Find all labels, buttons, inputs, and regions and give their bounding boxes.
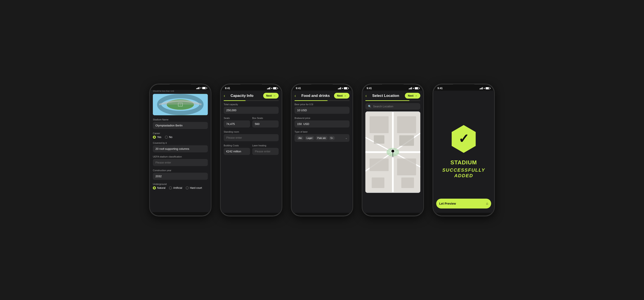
- row-seats: Seats Box Seats: [224, 117, 279, 131]
- wifi-icon-4: ▾: [413, 87, 414, 90]
- svg-rect-11: [370, 116, 389, 133]
- status-icons-5: ▾: [480, 87, 490, 90]
- svg-rect-15: [372, 177, 384, 188]
- time-3: 9:41: [296, 87, 301, 90]
- radio-artificial[interactable]: Artificial: [169, 186, 182, 189]
- input-box-seats[interactable]: [252, 121, 279, 128]
- preview-button[interactable]: Let Preview ⌂: [436, 199, 491, 208]
- battery-icon-4: [415, 87, 419, 89]
- field-underground: Underground Natural Artificial Hard cour…: [153, 183, 208, 189]
- next-label-2: Next: [266, 94, 272, 97]
- label-seats: Seats: [224, 117, 250, 119]
- field-lawn-heating: Lawn heating: [252, 144, 279, 155]
- form-section-3: Beer price for 0.5l Bratwurst price Type…: [292, 103, 352, 142]
- svg-rect-13: [397, 158, 416, 175]
- header-4: ‹ Select Location Next →: [362, 91, 423, 100]
- wifi-icon-1: ▾: [200, 87, 201, 89]
- status-icons-1: ▾: [196, 87, 206, 89]
- label-career: Career: [153, 132, 208, 135]
- next-button-4[interactable]: Next →: [405, 93, 420, 99]
- input-stadium-name[interactable]: Olympiastadion Berlin: [153, 122, 208, 129]
- status-bar-5: 9:41 ▾: [433, 84, 494, 91]
- stadium-image: [153, 94, 208, 115]
- input-beer-price[interactable]: [294, 107, 350, 114]
- title-4: Select Location: [370, 94, 405, 98]
- label-total-capacity: Total capacity: [224, 103, 279, 106]
- field-total-capacity: Total capacity: [224, 103, 279, 114]
- tag-ale[interactable]: Ale: [297, 136, 304, 140]
- svg-rect-17: [374, 135, 384, 144]
- home-icon: ⌂: [486, 202, 488, 205]
- time-5: 9:41: [438, 87, 443, 90]
- input-uefa[interactable]: [153, 159, 208, 166]
- radio-no-circle: [165, 136, 168, 139]
- radio-no[interactable]: No: [165, 136, 172, 139]
- radio-hard-court[interactable]: Hard court: [186, 186, 202, 189]
- label-standing-room: Standing room: [224, 131, 279, 133]
- title-3: Food and drinks: [300, 94, 334, 98]
- status-bar-3: 9:41 ▾: [292, 84, 352, 91]
- back-button-4[interactable]: ‹: [365, 93, 370, 98]
- back-button-3[interactable]: ‹: [294, 93, 300, 98]
- next-arrow-4: →: [414, 94, 417, 97]
- progress-fill-3: [294, 100, 328, 101]
- next-button-3[interactable]: Next →: [334, 93, 350, 99]
- radio-career: Yes No: [153, 136, 208, 139]
- field-beer-price: Beer price for 0.5l: [294, 103, 350, 114]
- next-arrow-3: →: [344, 94, 346, 97]
- next-label-4: Next: [408, 94, 414, 97]
- tag-more[interactable]: 5+: [329, 136, 335, 140]
- label-covered: Covered by it: [153, 142, 208, 144]
- search-bar-location[interactable]: 🔍 Search Location: [365, 103, 420, 110]
- input-covered[interactable]: [153, 145, 208, 152]
- screen-2: ‹ Capacity Info Next → Total capacity Se…: [221, 91, 282, 213]
- row-costs: Building Costs Lawn heating: [224, 144, 279, 158]
- radio-yes[interactable]: Yes: [153, 136, 162, 139]
- field-bratwurst-price: Bratwurst price: [294, 117, 350, 128]
- phone-4: 9:41 ▾ ‹ Select Location Next → 🔍 Search…: [362, 84, 424, 216]
- label-construction-year: Construction year: [153, 169, 208, 172]
- signal-icon-1: [196, 87, 200, 89]
- input-standing-room[interactable]: [224, 134, 279, 141]
- screen-1: Should be less than 1mb Stadium Name Oly…: [150, 90, 211, 212]
- input-lawn-heating[interactable]: [252, 148, 279, 155]
- radio-natural[interactable]: Natural: [153, 186, 166, 189]
- signal-icon-5: [480, 87, 483, 89]
- wifi-icon-2: ▾: [271, 87, 272, 90]
- header-2: ‹ Capacity Info Next →: [221, 91, 282, 100]
- progress-fill-2: [224, 100, 246, 101]
- radio-yes-circle: [153, 136, 156, 139]
- input-bratwurst-price[interactable]: [294, 121, 350, 128]
- success-hex-badge: ✓: [450, 125, 478, 153]
- field-box-seats: Box Seats: [252, 117, 279, 128]
- form-section-2: Total capacity Seats Box Seats Standing …: [221, 103, 282, 158]
- field-beer-type: Type of beer Ale Lager Pale ale 5+ ⌄: [294, 131, 350, 142]
- label-beer-type: Type of beer: [294, 131, 350, 133]
- input-construction-year[interactable]: [153, 173, 208, 180]
- next-button-2[interactable]: Next →: [263, 93, 279, 99]
- input-building-costs[interactable]: [224, 148, 250, 155]
- success-subtitle: SUCCESSFULLY: [442, 167, 485, 173]
- status-bar-4: 9:41 ▾: [362, 84, 423, 91]
- svg-point-22: [392, 156, 394, 157]
- success-title: STADIUM: [450, 159, 477, 166]
- field-standing-room: Standing room: [224, 131, 279, 141]
- next-label-3: Next: [337, 94, 342, 97]
- tag-lager[interactable]: Lager: [305, 136, 314, 140]
- back-button-2[interactable]: ‹: [224, 93, 229, 98]
- phone-3: 9:41 ▾ ‹ Food and drinks Next → Beer pri…: [291, 84, 353, 216]
- beer-dropdown-icon[interactable]: ⌄: [345, 137, 347, 140]
- label-bratwurst-price: Bratwurst price: [294, 117, 350, 119]
- signal-icon-2: [267, 87, 270, 89]
- field-career: Career Yes No: [153, 132, 208, 139]
- screen-4: ‹ Select Location Next → 🔍 Search Locati…: [362, 91, 423, 213]
- input-total-capacity[interactable]: [224, 107, 279, 114]
- input-seats[interactable]: [224, 121, 250, 128]
- label-beer-price: Beer price for 0.5l: [294, 103, 350, 106]
- beer-tags-container[interactable]: Ale Lager Pale ale 5+ ⌄: [294, 134, 350, 142]
- map-view[interactable]: [365, 111, 420, 193]
- tag-pale-ale[interactable]: Pale ale: [316, 136, 328, 140]
- battery-icon-3: [344, 87, 348, 89]
- search-placeholder-map: Search Location: [373, 105, 393, 108]
- wifi-icon-5: ▾: [484, 87, 485, 90]
